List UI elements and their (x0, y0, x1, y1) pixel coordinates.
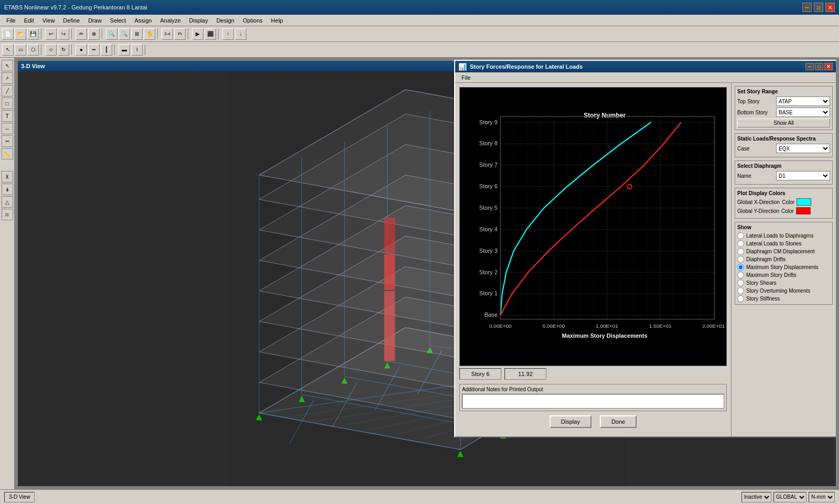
maximize-btn[interactable]: □ (814, 3, 823, 12)
show-diaphragm-cm-row: Diaphragm CM Displacement (737, 248, 830, 255)
max-displacements-radio[interactable] (737, 264, 744, 271)
snap-btn[interactable]: ⊕ (88, 28, 100, 40)
select-diaphragm-group: Select Diaphragm Name D1 (735, 160, 833, 185)
diaphragm-cm-radio[interactable] (737, 248, 744, 255)
menu-item-options[interactable]: Options (239, 16, 267, 25)
done-button[interactable]: Done (600, 415, 637, 428)
rubber-band[interactable]: ⬡ (27, 44, 39, 56)
menu-item-analyze[interactable]: Analyze (156, 16, 185, 25)
units-select[interactable]: N-mm (809, 492, 835, 502)
bottom-story-select[interactable]: BASE (776, 108, 830, 117)
plan-btn[interactable]: Pl (174, 28, 186, 40)
max-drifts-radio[interactable] (737, 272, 744, 278)
menu-item-design[interactable]: Design (212, 16, 239, 25)
load-tool[interactable]: ↡ (2, 184, 13, 195)
show-story-shears-row: Story Shears (737, 280, 830, 286)
dialog-maximize[interactable]: □ (815, 63, 823, 70)
menu-item-assign[interactable]: Assign (130, 16, 156, 25)
select-pointer[interactable]: ↖ (2, 44, 14, 56)
show-all-button[interactable]: Show All (737, 119, 830, 127)
dialog-minimize[interactable]: ─ (805, 63, 814, 70)
node-btn[interactable]: ● (76, 44, 87, 56)
show-radio-group: Lateral Loads to Diaphragms Lateral Load… (737, 232, 830, 302)
up-btn[interactable]: ↑ (222, 28, 234, 40)
save-btn[interactable]: 💾 (27, 28, 39, 40)
minimize-btn[interactable]: ─ (802, 3, 812, 12)
stiffness-radio[interactable] (737, 295, 744, 302)
top-story-select[interactable]: ATAP (776, 96, 830, 106)
dialog-file-menu[interactable]: File (457, 73, 475, 82)
show-lateral-stories-row: Lateral Loads to Stories (737, 240, 830, 247)
sep1 (41, 29, 43, 39)
display-button[interactable]: Display (550, 415, 591, 428)
area-btn[interactable]: ▬ (119, 44, 130, 56)
measure-tool[interactable]: 📐 (2, 148, 13, 159)
case-row: Case EQX (737, 144, 830, 153)
case-select[interactable]: EQX (776, 144, 830, 153)
down-btn[interactable]: ↓ (235, 28, 246, 40)
col-btn[interactable]: ┃ (101, 44, 112, 56)
zoom-fit-btn[interactable]: ⊞ (131, 28, 143, 40)
status-bar: 3-D View Inactive GLOBAL N-mm (0, 489, 839, 504)
overturning-radio[interactable] (737, 287, 744, 294)
svg-text:1.50E+01: 1.50E+01 (649, 323, 672, 329)
menu-item-display[interactable]: Display (185, 16, 212, 25)
pan-btn[interactable]: ✋ (144, 28, 155, 40)
section-tool[interactable]: ⊼ (2, 171, 13, 183)
stop-btn[interactable]: ⬛ (205, 28, 216, 40)
undo-btn[interactable]: ↩ (45, 28, 57, 40)
notes-input[interactable] (462, 394, 724, 409)
menu-item-view[interactable]: View (38, 16, 59, 25)
rubber-band-tool[interactable]: ↗ (2, 72, 13, 84)
diaphragm-tool[interactable]: ⊡ (2, 209, 13, 220)
zoom-in-btn[interactable]: 🔍 (106, 28, 117, 40)
menu-item-define[interactable]: Define (59, 16, 84, 25)
close-btn[interactable]: ✕ (825, 3, 835, 12)
support-tool[interactable]: △ (2, 196, 13, 208)
3dview-btn[interactable]: 3-d (162, 28, 173, 40)
story-result-label: Story 6 (459, 368, 501, 380)
run-btn[interactable]: ▶ (192, 28, 203, 40)
pencil-btn[interactable]: ✏ (76, 28, 87, 40)
cut-tool[interactable]: ✂ (2, 135, 13, 147)
area-tool[interactable]: □ (2, 98, 13, 109)
story-shears-radio[interactable] (737, 280, 744, 286)
app-title: ETABS Nonlinear v9.7.2 - Gedung Perkanto… (4, 4, 147, 10)
lateral-stories-label: Lateral Loads to Stories (746, 241, 802, 246)
move-btn[interactable]: ⊹ (45, 44, 57, 56)
menu-item-select[interactable]: Select (106, 16, 131, 25)
dialog-close[interactable]: ✕ (824, 63, 833, 70)
select-box[interactable]: ▭ (15, 44, 26, 56)
new-btn[interactable]: 📄 (2, 28, 14, 40)
static-loads-title: Static Loads/Response Spectra (737, 136, 830, 142)
diaphragm-name-select[interactable]: D1 (776, 171, 830, 180)
svg-text:Story 8: Story 8 (479, 140, 498, 146)
lateral-stories-radio[interactable] (737, 240, 744, 247)
main-area: ↖ ↗ ╱ □ T ↔ ✂ 📐 ⊼ ↡ △ ⊡ 3-D View (0, 58, 839, 489)
spring-btn[interactable]: ⌇ (131, 44, 143, 56)
redo-btn[interactable]: ↪ (58, 28, 69, 40)
x-color-swatch[interactable] (797, 198, 811, 206)
text-tool[interactable]: T (2, 110, 13, 122)
static-loads-group: Static Loads/Response Spectra Case EQX (735, 133, 833, 157)
show-group-title: Show (737, 224, 830, 230)
menu-item-help[interactable]: Help (267, 16, 287, 25)
open-btn[interactable]: 📂 (15, 28, 26, 40)
zoom-out-btn[interactable]: 🔍 (119, 28, 130, 40)
y-color-swatch[interactable] (796, 207, 811, 215)
lateral-diaphragms-radio[interactable] (737, 232, 744, 239)
rotate-btn[interactable]: ↻ (58, 44, 69, 56)
line-tool[interactable]: ╱ (2, 85, 13, 96)
diaphragm-cm-label: Diaphragm CM Displacement (746, 249, 815, 254)
menu-item-draw[interactable]: Draw (84, 16, 106, 25)
menu-item-file[interactable]: File (2, 16, 20, 25)
diaphragm-drifts-radio[interactable] (737, 256, 744, 263)
global-select[interactable]: GLOBAL (773, 492, 806, 502)
sep7 (41, 45, 43, 55)
inactive-select[interactable]: Inactive (741, 492, 771, 502)
dim-tool[interactable]: ↔ (2, 123, 13, 134)
pointer-tool[interactable]: ↖ (2, 60, 13, 71)
y-direction-row: Global Y-Direction Color (737, 207, 830, 215)
menu-item-edit[interactable]: Edit (20, 16, 38, 25)
beam-btn[interactable]: ━ (88, 44, 100, 56)
